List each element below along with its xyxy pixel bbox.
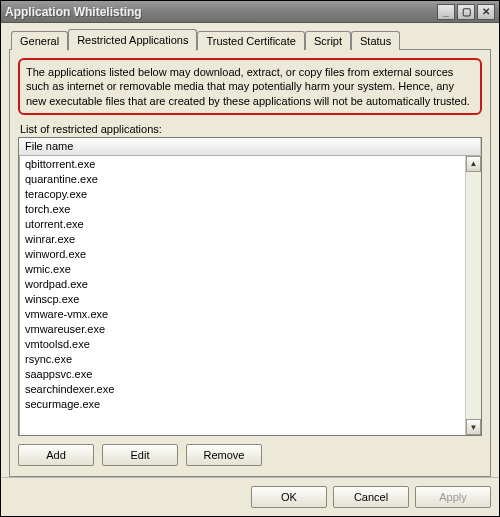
scroll-track[interactable]: [466, 172, 481, 419]
tab-status[interactable]: Status: [351, 31, 400, 50]
minimize-button[interactable]: _: [437, 4, 455, 20]
list-item[interactable]: rsync.exe: [19, 352, 465, 367]
list-item[interactable]: winscp.exe: [19, 292, 465, 307]
minimize-icon: _: [443, 6, 449, 17]
tab-trusted-certificate[interactable]: Trusted Certificate: [197, 31, 304, 50]
remove-button[interactable]: Remove: [186, 444, 262, 466]
tab-restricted-applications[interactable]: Restricted Applications: [68, 29, 197, 51]
tab-general[interactable]: General: [11, 31, 68, 50]
tab-panel: The applications listed below may downlo…: [9, 49, 491, 477]
maximize-button[interactable]: ▢: [457, 4, 475, 20]
tab-strip: General Restricted Applications Trusted …: [9, 29, 491, 50]
content-area: General Restricted Applications Trusted …: [1, 23, 499, 477]
list-item[interactable]: vmtoolsd.exe: [19, 337, 465, 352]
column-file-name[interactable]: File name: [19, 138, 481, 154]
list-buttons: Add Edit Remove: [18, 436, 482, 468]
titlebar: Application Whitelisting _ ▢ ✕: [1, 1, 499, 23]
scrollbar[interactable]: ▲ ▼: [465, 156, 481, 435]
window: Application Whitelisting _ ▢ ✕ General R…: [0, 0, 500, 517]
list-items: qbittorrent.exe quarantine.exe teracopy.…: [19, 156, 465, 435]
scroll-up-button[interactable]: ▲: [466, 156, 481, 172]
list-item[interactable]: teracopy.exe: [19, 187, 465, 202]
tab-script[interactable]: Script: [305, 31, 351, 50]
list-item[interactable]: searchindexer.exe: [19, 382, 465, 397]
description-box: The applications listed below may downlo…: [18, 58, 482, 115]
cancel-button[interactable]: Cancel: [333, 486, 409, 508]
list-label: List of restricted applications:: [20, 123, 482, 135]
list-item[interactable]: quarantine.exe: [19, 172, 465, 187]
list-item[interactable]: winrar.exe: [19, 232, 465, 247]
list-header: File name: [19, 138, 481, 156]
dialog-footer: OK Cancel Apply: [1, 477, 499, 516]
list-item[interactable]: qbittorrent.exe: [19, 157, 465, 172]
list-item[interactable]: wordpad.exe: [19, 277, 465, 292]
list-body: qbittorrent.exe quarantine.exe teracopy.…: [19, 156, 481, 435]
add-button[interactable]: Add: [18, 444, 94, 466]
list-item[interactable]: winword.exe: [19, 247, 465, 262]
maximize-icon: ▢: [462, 6, 471, 17]
chevron-down-icon: ▼: [470, 423, 478, 432]
scroll-down-button[interactable]: ▼: [466, 419, 481, 435]
list-item[interactable]: vmwareuser.exe: [19, 322, 465, 337]
list-item[interactable]: saappsvc.exe: [19, 367, 465, 382]
chevron-up-icon: ▲: [470, 159, 478, 168]
window-title: Application Whitelisting: [5, 5, 435, 19]
list-item[interactable]: wmic.exe: [19, 262, 465, 277]
applications-list[interactable]: File name qbittorrent.exe quarantine.exe…: [18, 137, 482, 436]
apply-button[interactable]: Apply: [415, 486, 491, 508]
close-icon: ✕: [482, 6, 490, 17]
close-button[interactable]: ✕: [477, 4, 495, 20]
list-item[interactable]: securmage.exe: [19, 397, 465, 412]
list-item[interactable]: torch.exe: [19, 202, 465, 217]
ok-button[interactable]: OK: [251, 486, 327, 508]
list-item[interactable]: utorrent.exe: [19, 217, 465, 232]
list-item[interactable]: vmware-vmx.exe: [19, 307, 465, 322]
edit-button[interactable]: Edit: [102, 444, 178, 466]
